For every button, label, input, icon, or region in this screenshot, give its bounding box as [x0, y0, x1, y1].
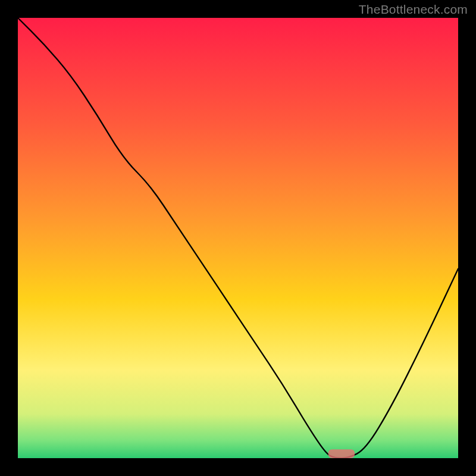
plot-background	[18, 18, 458, 458]
sweet-spot-marker	[328, 449, 355, 458]
bottleneck-chart	[0, 0, 476, 476]
watermark-label: TheBottleneck.com	[359, 2, 468, 17]
